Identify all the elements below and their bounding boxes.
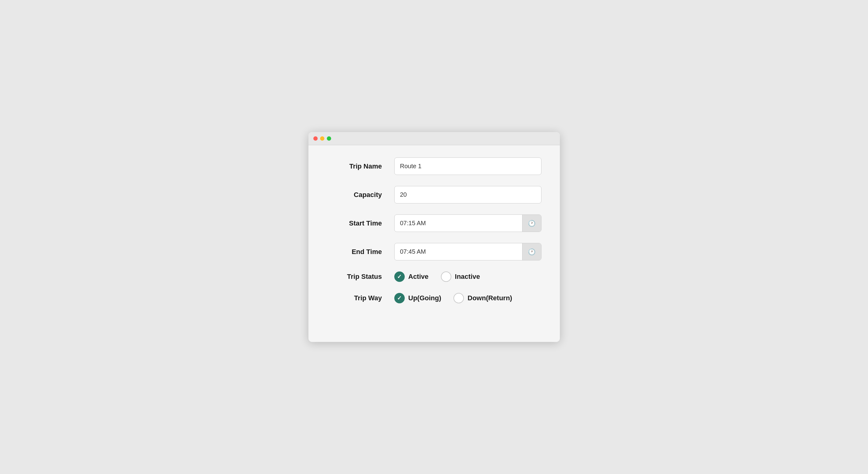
clock-icon: 🕐 — [528, 248, 536, 256]
trip-way-down-label: Down(Return) — [468, 294, 512, 302]
start-time-wrapper: 🕐 — [394, 214, 541, 232]
trip-way-up-option[interactable]: Up(Going) — [394, 293, 441, 303]
start-time-row: Start Time 🕐 — [327, 214, 541, 232]
minimize-button[interactable] — [320, 136, 324, 141]
capacity-row: Capacity — [327, 186, 541, 203]
capacity-input[interactable] — [394, 186, 541, 203]
trip-name-label: Trip Name — [327, 162, 382, 170]
trip-way-up-label: Up(Going) — [408, 294, 441, 302]
trip-status-active-radio[interactable] — [394, 271, 405, 282]
end-time-wrapper: 🕐 — [394, 243, 541, 261]
trip-name-input[interactable] — [394, 158, 541, 175]
end-time-picker-button[interactable]: 🕐 — [522, 243, 541, 260]
start-time-input[interactable] — [395, 215, 522, 232]
end-time-input[interactable] — [395, 243, 522, 260]
trip-status-group: Active Inactive — [394, 271, 541, 282]
titlebar — [308, 132, 560, 145]
maximize-button[interactable] — [327, 136, 331, 141]
trip-status-row: Trip Status Active Inactive — [327, 271, 541, 282]
trip-status-label: Trip Status — [327, 273, 382, 281]
trip-status-inactive-option[interactable]: Inactive — [441, 271, 480, 282]
trip-status-active-option[interactable]: Active — [394, 271, 429, 282]
start-time-label: Start Time — [327, 219, 382, 227]
end-time-row: End Time 🕐 — [327, 243, 541, 261]
clock-icon: 🕐 — [528, 220, 536, 227]
trip-way-up-radio[interactable] — [394, 293, 405, 303]
capacity-label: Capacity — [327, 191, 382, 199]
trip-way-down-radio[interactable] — [454, 293, 464, 303]
form-content: Trip Name Capacity Start Time 🕐 End Time — [308, 145, 560, 327]
trip-status-inactive-label: Inactive — [455, 273, 480, 281]
end-time-label: End Time — [327, 248, 382, 256]
trip-status-active-label: Active — [408, 273, 429, 281]
app-window: Trip Name Capacity Start Time 🕐 End Time — [308, 132, 560, 342]
trip-way-label: Trip Way — [327, 294, 382, 302]
trip-way-row: Trip Way Up(Going) Down(Return) — [327, 293, 541, 303]
start-time-picker-button[interactable]: 🕐 — [522, 215, 541, 232]
trip-way-group: Up(Going) Down(Return) — [394, 293, 541, 303]
trip-name-row: Trip Name — [327, 158, 541, 175]
trip-status-inactive-radio[interactable] — [441, 271, 451, 282]
close-button[interactable] — [313, 136, 318, 141]
trip-way-down-option[interactable]: Down(Return) — [454, 293, 512, 303]
